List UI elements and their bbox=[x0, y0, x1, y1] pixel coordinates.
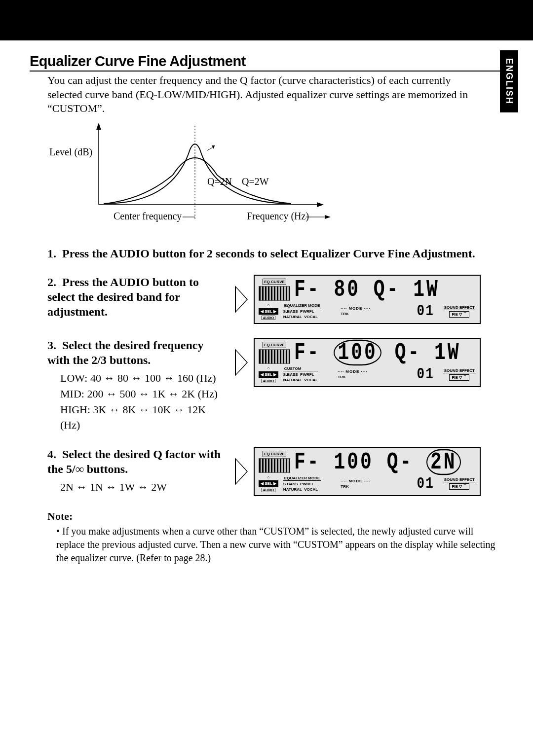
device-display: EQ CURVE F- 100 Q- 1W ⌂ ◀ SEL ▶ AUDIO CU… bbox=[254, 338, 481, 387]
note-block: Note: • If you make adjustments when a c… bbox=[47, 510, 503, 565]
display-readout: F- 100 Q- 2N bbox=[294, 449, 461, 475]
step-number: 1. bbox=[47, 247, 60, 260]
header-black-bar bbox=[0, 0, 533, 40]
language-tab: ENGLISH bbox=[500, 50, 518, 112]
freq-hz-label: Frequency (Hz) bbox=[247, 211, 309, 222]
q2n-label: Q=2N bbox=[207, 176, 232, 187]
step-number: 2. bbox=[47, 276, 60, 289]
svg-marker-3 bbox=[317, 202, 324, 207]
svg-marker-8 bbox=[325, 215, 331, 219]
svg-marker-5 bbox=[212, 145, 215, 149]
q2w-label: Q=2W bbox=[242, 176, 269, 187]
step: 4. Select the desired Q factor with the … bbox=[47, 447, 503, 496]
center-freq-label: Center frequency bbox=[114, 211, 182, 222]
pointer-icon bbox=[235, 286, 248, 313]
note-body: • If you make adjustments when a curve o… bbox=[56, 525, 500, 565]
pointer-icon bbox=[235, 458, 248, 485]
display-readout: F- 80 Q- 1W bbox=[294, 278, 440, 302]
step-number: 4. bbox=[47, 448, 60, 461]
step-details: LOW: 40 ↔ 80 ↔ 100 ↔ 160 (Hz)MID: 200 ↔ … bbox=[60, 370, 225, 433]
device-display: EQ CURVE F- 100 Q- 2N ⌂ ◀ SEL ▶ AUDIO EQ… bbox=[254, 447, 481, 496]
instruction-steps: 1. Press the AUDIO button for 2 seconds … bbox=[47, 246, 503, 497]
level-db-label: Level (dB) bbox=[49, 146, 92, 158]
step: 3. Select the desired frequency with the… bbox=[47, 338, 503, 433]
step-heading: Select the desired frequency with the 2/… bbox=[47, 339, 203, 366]
page-content: ENGLISH Equalizer Curve Fine Adjustment … bbox=[0, 40, 533, 756]
step-heading: Press the AUDIO button to select the des… bbox=[47, 276, 199, 318]
step-number: 3. bbox=[47, 339, 60, 352]
step: 1. Press the AUDIO button for 2 seconds … bbox=[47, 246, 503, 261]
note-title: Note: bbox=[47, 510, 503, 523]
step-details: 2N ↔ 1N ↔ 1W ↔ 2W bbox=[60, 479, 225, 495]
section-title: Equalizer Curve Fine Adjustment bbox=[30, 53, 503, 72]
device-display: EQ CURVE F- 80 Q- 1W ⌂ ◀ SEL ▶ AUDIO EQU… bbox=[254, 275, 481, 324]
intro-paragraph: You can adjust the center frequency and … bbox=[47, 73, 482, 116]
display-readout: F- 100 Q- 1W bbox=[294, 340, 461, 366]
pointer-icon bbox=[235, 349, 248, 376]
step-heading: Select the desired Q factor with the 5/∞… bbox=[47, 448, 221, 475]
eq-curve-diagram: Level (dB) Q=2N Q=2W Center frequency Fr… bbox=[44, 121, 503, 231]
step-heading: Press the AUDIO button for 2 seconds to … bbox=[62, 247, 475, 260]
svg-marker-1 bbox=[96, 123, 101, 130]
step: 2. Press the AUDIO button to select the … bbox=[47, 275, 503, 324]
